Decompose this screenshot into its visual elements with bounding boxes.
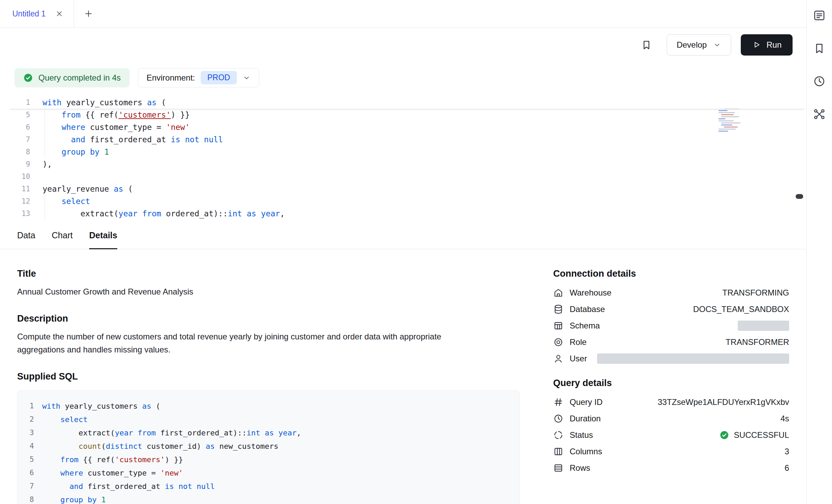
detail-row: Duration4s bbox=[553, 410, 789, 427]
detail-value: TRANSFORMER bbox=[726, 337, 789, 347]
line-number: 6 bbox=[8, 121, 43, 133]
line-number: 12 bbox=[8, 195, 43, 207]
detail-label: User bbox=[570, 354, 587, 363]
supplied-sql-heading: Supplied SQL bbox=[17, 371, 520, 382]
tab-untitled-1[interactable]: Untitled 1 bbox=[0, 0, 74, 27]
code-text: group by 1 bbox=[43, 146, 109, 158]
connection-details-heading: Connection details bbox=[553, 268, 789, 279]
code-line: 5 from {{ ref('customers') }} bbox=[17, 453, 509, 466]
close-icon[interactable] bbox=[55, 10, 63, 18]
check-circle-icon bbox=[23, 73, 33, 83]
detail-label: Rows bbox=[570, 463, 590, 473]
hash-icon bbox=[553, 397, 563, 407]
chevron-down-icon bbox=[713, 41, 721, 49]
code-line: 10 bbox=[8, 170, 806, 183]
detail-row: StatusSUCCESSFUL bbox=[553, 427, 789, 443]
detail-label: Status bbox=[570, 430, 593, 440]
details-left-column: Title Annual Customer Growth and Revenue… bbox=[17, 268, 520, 504]
code-line: 2 select bbox=[17, 413, 509, 426]
detail-label: Query ID bbox=[570, 397, 603, 407]
connection-details-rows: WarehouseTRANSFORMINGDatabaseDOCS_TEAM_S… bbox=[553, 285, 789, 367]
chevron-down-icon bbox=[242, 74, 251, 82]
detail-value bbox=[738, 321, 789, 331]
title-heading: Title bbox=[17, 268, 520, 279]
supplied-sql-block: 1with yearly_customers as (2 select3 ext… bbox=[17, 390, 520, 504]
new-tab-button[interactable] bbox=[74, 0, 103, 27]
bookmark-icon[interactable] bbox=[641, 39, 652, 51]
redacted-value bbox=[597, 353, 789, 364]
detail-row: Rows6 bbox=[553, 460, 789, 476]
tab-details[interactable]: Details bbox=[89, 222, 117, 249]
detail-value: DOCS_TEAM_SANDBOX bbox=[693, 304, 789, 314]
detail-value: 3 bbox=[785, 447, 789, 456]
list-icon[interactable] bbox=[813, 9, 826, 22]
code-text: from {{ ref('customers') }} bbox=[42, 453, 183, 466]
code-text: extract(year from ordered_at)::int as ye… bbox=[43, 207, 285, 220]
detail-label: Schema bbox=[570, 321, 600, 331]
line-number: 2 bbox=[17, 413, 42, 426]
code-text: with yearly_customers as ( bbox=[42, 399, 160, 413]
line-number: 7 bbox=[8, 133, 43, 146]
code-line: 7 and first_ordered_at is not null bbox=[17, 480, 509, 493]
redacted-value bbox=[738, 321, 789, 331]
code-line: 8 group by 1 bbox=[8, 146, 806, 158]
code-text: ), bbox=[43, 158, 52, 170]
line-number: 1 bbox=[8, 96, 43, 109]
status-row: Query completed in 4s Environment: PROD bbox=[0, 62, 806, 94]
history-icon[interactable] bbox=[813, 75, 826, 88]
detail-value: SUCCESSFUL bbox=[720, 430, 789, 440]
detail-row: Query ID33TZseWpe1ALFDUYerxR1gVKxbv bbox=[553, 394, 789, 410]
line-number: 10 bbox=[8, 170, 43, 183]
line-number: 7 bbox=[17, 480, 42, 493]
code-line: 11yearly_revenue as ( bbox=[8, 183, 806, 195]
detail-value: 4s bbox=[781, 414, 789, 423]
role-icon bbox=[553, 337, 563, 347]
code-text: group by 1 bbox=[42, 493, 106, 504]
code-line: 9), bbox=[8, 158, 806, 170]
code-text: from {{ ref('customers') }} bbox=[43, 109, 190, 121]
line-number: 6 bbox=[17, 466, 42, 480]
detail-row: WarehouseTRANSFORMING bbox=[553, 285, 789, 301]
code-line: 6 where customer_type = 'new' bbox=[8, 121, 806, 133]
editor-tabbar: Untitled 1 bbox=[0, 0, 806, 28]
sql-editor[interactable]: 1with yearly_customers as (5 from {{ ref… bbox=[0, 94, 806, 222]
line-number: 4 bbox=[17, 440, 42, 453]
query-details-rows: Query ID33TZseWpe1ALFDUYerxR1gVKxbvDurat… bbox=[553, 394, 789, 476]
code-text: where customer_type = 'new' bbox=[42, 466, 183, 480]
tab-data[interactable]: Data bbox=[17, 222, 35, 249]
code-line: 5 from {{ ref('customers') }} bbox=[8, 109, 806, 121]
bookmark-icon[interactable] bbox=[813, 42, 826, 55]
detail-label: Warehouse bbox=[570, 288, 611, 298]
details-panel: Title Annual Customer Growth and Revenue… bbox=[0, 249, 806, 504]
code-line: 6 where customer_type = 'new' bbox=[17, 466, 509, 480]
detail-label: Duration bbox=[570, 414, 601, 423]
scrollbar-thumb[interactable] bbox=[796, 194, 803, 199]
check-circle-icon bbox=[720, 430, 729, 440]
detail-label: Columns bbox=[570, 447, 602, 456]
run-label: Run bbox=[766, 40, 782, 50]
schema-icon bbox=[553, 321, 563, 331]
plus-icon bbox=[84, 9, 93, 19]
code-line: 4 count(distinct customer_id) as new_cus… bbox=[17, 440, 509, 453]
line-number: 5 bbox=[17, 453, 42, 466]
code-text: extract(year from first_ordered_at)::int… bbox=[42, 426, 301, 440]
run-button[interactable]: Run bbox=[741, 34, 793, 56]
line-number: 9 bbox=[8, 158, 43, 170]
code-text: count(distinct customer_id) as new_custo… bbox=[42, 440, 278, 453]
code-text: select bbox=[42, 413, 87, 426]
detail-value bbox=[597, 353, 789, 364]
status-icon bbox=[553, 430, 563, 440]
detail-row: Columns3 bbox=[553, 443, 789, 460]
environment-selector[interactable]: Environment: PROD bbox=[138, 68, 259, 87]
detail-row: Schema bbox=[553, 317, 789, 334]
editor-toolbar: Develop Run bbox=[0, 28, 806, 62]
develop-button[interactable]: Develop bbox=[667, 34, 731, 56]
query-status-text: Query completed in 4s bbox=[38, 73, 121, 83]
description-value: Compute the number of new customers and … bbox=[17, 330, 484, 356]
editor-code: 1with yearly_customers as (5 from {{ ref… bbox=[8, 96, 806, 220]
lineage-icon[interactable] bbox=[813, 108, 826, 121]
code-text: and first_ordered_at is not null bbox=[43, 133, 223, 146]
detail-row: RoleTRANSFORMER bbox=[553, 334, 789, 350]
tab-chart[interactable]: Chart bbox=[52, 222, 73, 249]
code-text: yearly_revenue as ( bbox=[43, 183, 133, 195]
